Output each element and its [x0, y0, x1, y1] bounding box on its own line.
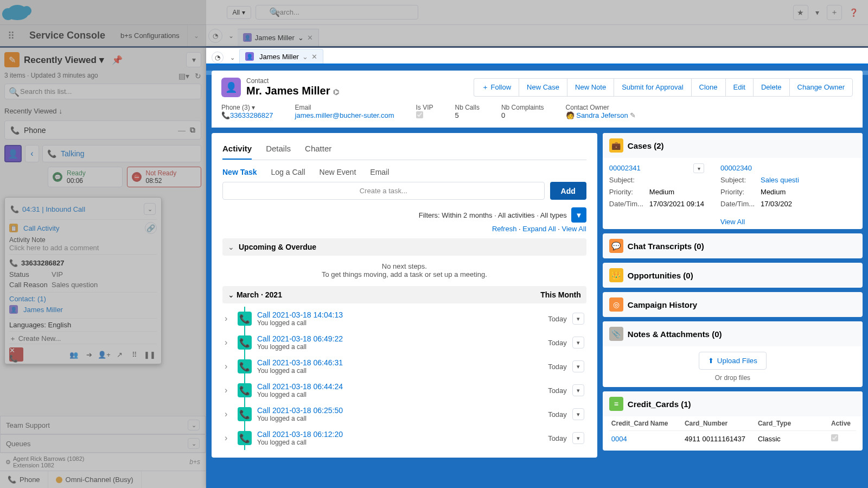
call-dropdown[interactable]: ⌄ [144, 203, 156, 215]
email-link[interactable]: james.miller@bucher-suter.com [295, 111, 394, 119]
timeline-link[interactable]: Call 2021-03-18 06:46:31 [257, 358, 343, 367]
expand-icon[interactable]: › [225, 362, 232, 371]
upcoming-section[interactable]: ⌄Upcoming & Overdue [222, 238, 586, 256]
cases-view-all[interactable]: View All [720, 218, 745, 226]
global-add-button[interactable]: ＋ [827, 5, 842, 20]
expand-icon[interactable]: › [225, 433, 232, 443]
nav-dropdown[interactable]: ⌄ [188, 25, 206, 46]
timeline-menu[interactable]: ▾ [572, 337, 584, 348]
agent-avatar-icon[interactable]: 👤 [4, 145, 22, 162]
chevron-down-icon[interactable]: ⌄ [298, 34, 304, 42]
case-link[interactable]: 00002340 [720, 164, 752, 172]
subtab-new-task[interactable]: New Task [222, 168, 257, 176]
timeline-menu[interactable]: ▾ [572, 384, 584, 396]
case-menu[interactable]: ▾ [693, 163, 704, 173]
transfer-people-icon[interactable]: 👥 [67, 347, 81, 362]
month-section[interactable]: ⌄ March · 2021 This Month [222, 286, 586, 303]
create-task-input[interactable]: Create a task... [222, 182, 545, 200]
upload-files-button[interactable]: ⬆Upload Files [699, 352, 767, 370]
add-button[interactable]: Add [550, 182, 586, 200]
chevron-down-icon[interactable]: ⌄ [302, 53, 308, 61]
keypad-icon[interactable]: ⠿ [127, 347, 142, 362]
link-icon[interactable]: 🔗 [145, 222, 157, 234]
popout-icon[interactable]: ⧉ [190, 125, 195, 135]
change-owner-button[interactable]: Change Owner [789, 78, 853, 97]
display-toggle[interactable]: ▤▾ [178, 72, 189, 80]
list-item-phone[interactable]: 📞Phone — ⧉ [4, 121, 201, 140]
new-case-button[interactable]: New Case [519, 78, 567, 97]
expand-icon[interactable]: › [225, 409, 232, 419]
call-contact-link[interactable]: James Miller [23, 306, 63, 314]
back-button[interactable]: ‹ [25, 145, 39, 162]
delete-button[interactable]: Delete [753, 78, 789, 97]
subtab-james-miller[interactable]: 👤 James Miller ⌄ ✕ [239, 49, 323, 64]
tab-activity[interactable]: Activity [222, 141, 252, 160]
view-all-link[interactable]: View All [562, 225, 586, 233]
phone-link[interactable]: 33633286827 [230, 111, 273, 119]
timeline-menu[interactable]: ▾ [572, 432, 584, 444]
recently-viewed-link[interactable]: Recently Viewed ↓ [4, 107, 201, 115]
subtab-dropdown[interactable]: ⌄ [228, 54, 237, 64]
follow-button[interactable]: ＋ Follow [474, 78, 519, 97]
case-link[interactable]: 00002341 [609, 162, 641, 174]
clone-button[interactable]: Clone [691, 78, 725, 97]
history-back-button[interactable]: ◔ [208, 29, 222, 43]
cc-name-link[interactable]: 0004 [611, 435, 627, 443]
timeline-link[interactable]: Call 2021-03-18 06:25:50 [257, 406, 343, 415]
subtab-log-call[interactable]: Log a Call [271, 168, 305, 176]
expand-icon[interactable]: › [225, 314, 232, 324]
list-search-input[interactable] [4, 84, 201, 99]
call-activity-link[interactable]: Call Activity [23, 224, 59, 232]
nav-item-configurations[interactable]: b+s Configurations [113, 25, 188, 46]
hierarchy-icon[interactable]: ⌬ [333, 88, 339, 96]
tab-details[interactable]: Details [266, 141, 291, 160]
app-launcher-icon[interactable]: ⠿ [0, 30, 22, 42]
listview-actions[interactable]: ▾ [186, 52, 201, 67]
timeline-link[interactable]: Call 2021-03-18 06:44:24 [257, 382, 343, 391]
pause-icon[interactable]: ❚❚ [143, 347, 157, 362]
refresh-icon[interactable]: ↻ [195, 72, 201, 80]
campaign-history-card[interactable]: ◎Campaign History [603, 292, 863, 317]
listview-title[interactable]: Recently Viewed ▾ [24, 54, 104, 66]
utility-omni-channel[interactable]: Omni-Channel (Busy) [48, 471, 142, 488]
filter-icon[interactable]: ▼ [571, 207, 586, 223]
forward-icon[interactable]: ➔ [82, 347, 96, 362]
new-note-button[interactable]: New Note [567, 78, 614, 97]
global-search-input[interactable] [256, 5, 418, 20]
timeline-link[interactable]: Call 2021-03-18 06:12:20 [257, 430, 343, 439]
edit-button[interactable]: Edit [725, 78, 753, 97]
tab-chatter[interactable]: Chatter [305, 141, 331, 160]
timeline-link[interactable]: Call 2021-03-18 06:49:22 [257, 334, 343, 343]
timeline-link[interactable]: Call 2021-03-18 14:04:13 [257, 310, 343, 319]
opportunities-card[interactable]: 👑Opportunities (0) [603, 263, 863, 288]
workspace-tab-james-miller[interactable]: 👤 James Miller ⌄ ✕ [238, 29, 319, 46]
create-new-link[interactable]: ＋ Create New... [9, 334, 157, 344]
gear-icon[interactable]: ⚙ [5, 459, 11, 466]
expand-all-link[interactable]: Expand All [522, 225, 556, 233]
status-not-ready[interactable]: ⛔ Not Ready08:52 [127, 167, 202, 187]
owner-link[interactable]: Sandra Jeferson [576, 111, 628, 119]
expand-icon[interactable]: › [225, 338, 232, 347]
refresh-link[interactable]: Refresh [492, 225, 517, 233]
status-talking[interactable]: 📞Talking [42, 145, 201, 162]
share-icon[interactable]: ↗ [112, 347, 126, 362]
favorites-button[interactable]: ★ [793, 5, 808, 20]
history-dropdown[interactable]: ⌄ [227, 29, 235, 43]
minimize-icon[interactable]: — [178, 126, 186, 135]
queues-row[interactable]: Queues⌄ [0, 434, 206, 453]
timeline-menu[interactable]: ▾ [572, 408, 584, 420]
utility-phone[interactable]: 📞Phone [0, 471, 48, 488]
submit-approval-button[interactable]: Submit for Approval [614, 78, 691, 97]
search-scope-dropdown[interactable]: All ▾ [227, 6, 251, 19]
history-icon[interactable]: ◔ [212, 52, 224, 64]
subtab-email[interactable]: Email [370, 168, 389, 176]
activity-note-input[interactable]: Click here to add a comment [9, 244, 157, 252]
end-call-button[interactable]: ✕📞 [9, 347, 23, 362]
change-owner-icon[interactable]: ✎ [630, 111, 636, 119]
chat-transcripts-card[interactable]: 💬Chat Transcripts (0) [603, 233, 863, 258]
subtab-new-event[interactable]: New Event [320, 168, 356, 176]
close-icon[interactable]: ✕ [311, 53, 317, 61]
close-icon[interactable]: ✕ [307, 34, 313, 42]
favorites-dropdown[interactable]: ▾ [813, 5, 822, 20]
status-ready[interactable]: 💬 Ready00:06 [48, 167, 123, 187]
